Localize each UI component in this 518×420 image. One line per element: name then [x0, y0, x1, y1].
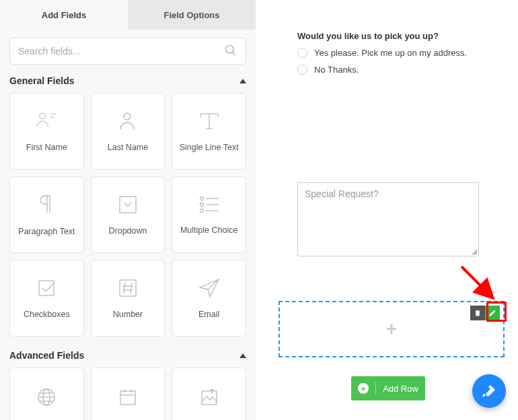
svg-point-0: [226, 45, 234, 53]
field-label: Dropdown: [109, 226, 147, 236]
image-upload-icon: [199, 387, 219, 409]
svg-point-2: [40, 113, 46, 119]
field-date[interactable]: [91, 368, 165, 420]
collapse-icon: [239, 353, 246, 358]
field-image[interactable]: [172, 368, 246, 420]
field-label: Multiple Choice: [180, 225, 237, 235]
plus-circle-icon: +: [358, 383, 369, 394]
checkbox-icon: [36, 278, 57, 300]
field-checkboxes[interactable]: Checkboxes: [9, 260, 84, 337]
svg-rect-33: [120, 391, 135, 405]
field-label: Last Name: [108, 143, 148, 152]
field-website[interactable]: [9, 368, 84, 420]
sidebar-tabs: Add Fields Field Options: [0, 0, 256, 30]
general-fields-grid: First Name Last Name Single Line Text Pa…: [0, 93, 256, 346]
radio-list-icon: [198, 195, 220, 216]
section-general-fields[interactable]: General Fields: [0, 71, 256, 93]
search-icon: [224, 44, 237, 59]
field-label: Number: [113, 310, 143, 319]
trash-icon: [474, 309, 482, 317]
section-advanced-fields[interactable]: Advanced Fields: [0, 346, 256, 368]
delete-row-button[interactable]: [470, 306, 485, 320]
pencil-icon: [488, 309, 496, 317]
field-single-line-text[interactable]: Single Line Text: [172, 93, 246, 170]
hash-icon: [118, 278, 138, 300]
svg-point-18: [200, 209, 203, 212]
radio-option-1[interactable]: Yes please. Pick me up on my address.: [297, 48, 498, 58]
svg-line-23: [131, 283, 132, 293]
search-input[interactable]: [18, 46, 224, 57]
field-multiple-choice[interactable]: Multiple Choice: [172, 176, 246, 253]
drop-row[interactable]: +: [279, 301, 505, 357]
field-label: Single Line Text: [180, 143, 239, 152]
svg-rect-37: [202, 391, 217, 405]
advanced-fields-grid: [0, 368, 256, 420]
send-icon: [198, 278, 220, 300]
field-label: Paragraph Text: [18, 227, 75, 236]
svg-point-14: [200, 197, 203, 200]
svg-rect-21: [120, 280, 136, 296]
svg-rect-13: [120, 197, 136, 213]
search-input-wrap[interactable]: [9, 38, 246, 65]
field-paragraph-text[interactable]: Paragraph Text: [9, 176, 84, 253]
plus-icon: +: [386, 318, 397, 340]
field-dropdown[interactable]: Dropdown: [91, 176, 165, 253]
resize-grip-icon[interactable]: [472, 249, 477, 254]
svg-point-16: [200, 203, 203, 206]
paragraph-icon: [38, 194, 55, 217]
field-number[interactable]: Number: [91, 260, 165, 337]
field-label: Checkboxes: [24, 310, 70, 319]
svg-point-5: [124, 113, 131, 120]
edit-row-button[interactable]: [485, 306, 500, 320]
radio-option-2[interactable]: No Thanks.: [297, 65, 498, 75]
person-icon: [35, 111, 58, 133]
person-icon: [118, 111, 137, 133]
field-label: Email: [198, 310, 219, 319]
globe-icon: [36, 387, 57, 409]
tab-add-fields[interactable]: Add Fields: [0, 0, 128, 30]
divider: [375, 382, 376, 394]
text-icon: [198, 111, 221, 133]
fields-sidebar: Add Fields Field Options General Fields …: [0, 0, 256, 420]
section-title: Advanced Fields: [9, 350, 84, 361]
radio-label: No Thanks.: [314, 65, 359, 75]
svg-line-27: [208, 279, 219, 289]
customize-fab[interactable]: [472, 374, 506, 408]
field-label: First Name: [26, 143, 67, 152]
field-first-name[interactable]: First Name: [9, 93, 84, 170]
form-preview: Would you like us to pick you up? Yes pl…: [256, 0, 518, 420]
svg-line-1: [233, 52, 235, 55]
add-row-button[interactable]: + Add Row: [351, 376, 425, 400]
textarea-placeholder: Special Request?: [305, 188, 379, 199]
radio-icon: [297, 65, 307, 75]
dropdown-icon: [118, 195, 138, 217]
radio-label: Yes please. Pick me up on my address.: [314, 48, 467, 58]
radio-question-label: Would you like us to pick you up?: [297, 31, 498, 41]
tab-field-options[interactable]: Field Options: [128, 0, 256, 30]
section-title: General Fields: [9, 75, 74, 86]
collapse-icon: [239, 79, 246, 83]
add-row-label: Add Row: [383, 384, 418, 394]
field-email[interactable]: Email: [172, 260, 246, 337]
field-last-name[interactable]: Last Name: [91, 93, 165, 170]
brush-icon: [481, 383, 497, 399]
textarea-special-request[interactable]: Special Request?: [297, 182, 479, 256]
svg-rect-20: [39, 281, 54, 295]
calendar-icon: [118, 387, 138, 409]
svg-line-22: [124, 283, 125, 293]
radio-icon: [297, 48, 307, 58]
row-actions: [470, 306, 500, 320]
